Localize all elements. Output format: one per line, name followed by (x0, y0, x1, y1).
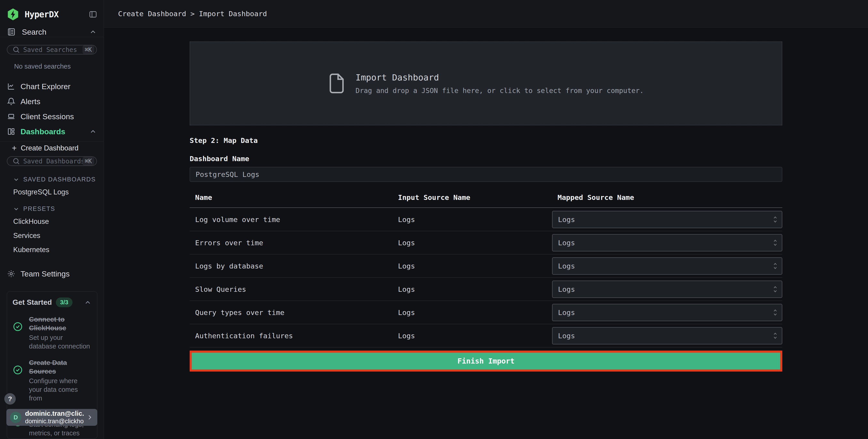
mapped-source-select[interactable]: Logs (552, 304, 782, 321)
annotation-highlight-box: Finish Import (190, 351, 782, 372)
saved-searches-search[interactable]: ⌘K (7, 45, 97, 55)
user-email: dominic.tran@clickho... (25, 418, 84, 425)
collapse-sidebar-icon[interactable] (88, 9, 98, 19)
chevron-up-icon (84, 299, 92, 306)
mapped-source-select[interactable]: Logs (552, 281, 782, 298)
row-name: Errors over time (190, 239, 393, 247)
chevron-up-icon (89, 28, 97, 36)
topbar: Create Dashboard > Import Dashboard (104, 0, 868, 28)
gear-icon (7, 270, 16, 278)
group-header-label: PRESETS (23, 206, 55, 213)
step-heading: Step 2: Map Data (190, 136, 782, 145)
sidebar-item-team-settings[interactable]: Team Settings (0, 266, 104, 281)
mapped-source-select[interactable]: Logs (552, 211, 782, 228)
sidebar-item-label: Team Settings (21, 270, 69, 278)
chart-icon (7, 82, 16, 91)
select-chevrons-icon (772, 215, 778, 224)
row-input-source: Logs (393, 239, 552, 247)
sidebar-item-alerts[interactable]: Alerts (0, 94, 104, 109)
select-value: Logs (558, 239, 575, 247)
select-chevrons-icon (772, 239, 778, 247)
create-dashboard-button[interactable]: + Create Dashboard (0, 144, 104, 152)
chevron-down-icon (13, 176, 20, 183)
chevron-down-icon (13, 206, 20, 213)
table-row: Errors over time Logs Logs (190, 231, 782, 254)
table-row: Logs by database Logs Logs (190, 254, 782, 278)
team-settings-nav: Team Settings (0, 266, 104, 281)
column-header-name: Name (190, 193, 393, 201)
group-header-label: SAVED DASHBOARDS (23, 176, 96, 183)
sidebar-item-label: Alerts (21, 97, 40, 106)
chevron-right-icon (86, 413, 94, 421)
create-dashboard-label: Create Dashboard (21, 144, 79, 152)
mapped-source-select[interactable]: Logs (552, 234, 782, 251)
select-value: Logs (558, 262, 575, 270)
laptop-icon (7, 112, 16, 121)
table-row: Log volume over time Logs Logs (190, 208, 782, 231)
select-chevrons-icon (772, 332, 778, 340)
sidebar-item-postgresql-logs[interactable]: PostgreSQL Logs (13, 188, 104, 196)
get-started-item-title: Create Data Sources (29, 358, 92, 375)
sidebar-item-chart-explorer[interactable]: Chart Explorer (0, 79, 104, 94)
saved-searches-input[interactable] (23, 46, 83, 54)
mapped-source-select[interactable]: Logs (552, 257, 782, 275)
select-chevrons-icon (772, 262, 778, 270)
select-value: Logs (558, 215, 575, 224)
dashboard-name-label: Dashboard Name (190, 155, 782, 163)
get-started-title: Get Started (12, 298, 52, 307)
finish-import-button[interactable]: Finish Import (192, 353, 780, 370)
breadcrumb: Create Dashboard > Import Dashboard (118, 9, 267, 18)
sidebar-item-kubernetes[interactable]: Kubernetes (13, 246, 104, 254)
select-value: Logs (558, 285, 575, 293)
help-button[interactable]: ? (4, 393, 17, 405)
app-title: HyperDX (25, 9, 59, 20)
progress-badge: 3/3 (56, 297, 72, 307)
no-saved-searches-text: No saved searches (14, 63, 104, 70)
user-name: dominic.tran@clic... (25, 410, 84, 417)
sidebar-item-label: Chart Explorer (21, 82, 70, 91)
sidebar-item-label: Search (22, 28, 46, 36)
plus-icon: + (12, 144, 17, 152)
table-row: Authentication failures Logs Logs (190, 324, 782, 347)
main-area: Create Dashboard > Import Dashboard Impo… (104, 0, 868, 439)
select-value: Logs (558, 332, 575, 340)
sidebar-item-services[interactable]: Services (13, 231, 104, 240)
saved-dashboards-input[interactable] (23, 157, 83, 165)
dashboard-name-input[interactable] (190, 167, 782, 182)
row-input-source: Logs (393, 285, 552, 293)
table-row: Query types over time Logs Logs (190, 301, 782, 324)
sidebar-item-label: Dashboards (21, 127, 65, 136)
group-header-presets[interactable]: PRESETS (13, 206, 104, 213)
file-icon (328, 72, 345, 94)
sidebar-item-label: Client Sessions (21, 112, 74, 121)
get-started-item[interactable]: Connect to ClickHouse Set up your databa… (12, 315, 92, 351)
journal-icon (7, 27, 16, 36)
saved-dashboards-search[interactable]: ⌘K (7, 156, 97, 166)
sidebar-item-client-sessions[interactable]: Client Sessions (0, 109, 104, 124)
import-dropzone[interactable]: Import Dashboard Drag and drop a JSON fi… (190, 41, 782, 125)
row-input-source: Logs (393, 215, 552, 224)
column-header-mapped-source: Mapped Source Name (552, 193, 782, 201)
shortcut-badge: ⌘K (83, 45, 94, 54)
dropzone-title: Import Dashboard (355, 72, 644, 83)
sidebar-item-clickhouse[interactable]: ClickHouse (13, 217, 104, 226)
select-chevrons-icon (772, 285, 778, 293)
hyperdx-logo-icon (6, 8, 20, 21)
shortcut-badge: ⌘K (83, 157, 94, 165)
sidebar-section-search[interactable]: Search (0, 27, 104, 37)
avatar: D (10, 412, 22, 423)
table-header: Name Input Source Name Mapped Source Nam… (190, 193, 782, 208)
get-started-header[interactable]: Get Started 3/3 (12, 297, 92, 307)
row-name: Authentication failures (190, 332, 393, 340)
get-started-item-title: Connect to ClickHouse (29, 315, 92, 332)
group-header-saved-dashboards[interactable]: SAVED DASHBOARDS (13, 176, 104, 183)
select-chevrons-icon (772, 308, 778, 317)
get-started-item[interactable]: Create Data Sources Configure where your… (12, 358, 92, 403)
mapped-source-select[interactable]: Logs (552, 327, 782, 344)
bell-icon (7, 97, 16, 106)
column-header-input-source: Input Source Name (393, 193, 552, 201)
row-input-source: Logs (393, 332, 552, 340)
user-menu[interactable]: D dominic.tran@clic... dominic.tran@clic… (6, 409, 97, 426)
content: Import Dashboard Drag and drop a JSON fi… (104, 28, 868, 439)
sidebar-item-dashboards[interactable]: Dashboards (0, 124, 104, 139)
